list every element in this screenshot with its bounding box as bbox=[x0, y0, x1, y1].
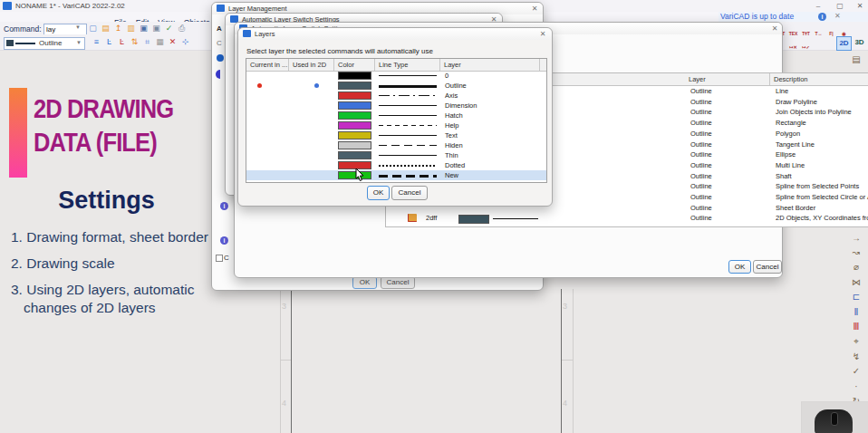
layers-icon[interactable]: ≡ bbox=[91, 36, 102, 47]
color-swatch[interactable] bbox=[338, 82, 371, 90]
layers-table[interactable]: Current in ...Used in 2DColorLine TypeLa… bbox=[246, 58, 547, 183]
line-style-dropdown-icon[interactable]: ▼ bbox=[76, 40, 82, 45]
color-swatch[interactable] bbox=[338, 91, 371, 100]
bolt-icon[interactable]: ↯ bbox=[846, 350, 866, 364]
switch-row[interactable]: 2dffOutline2D Objects, XY Coordinates fr… bbox=[386, 213, 868, 224]
w1-checkbox[interactable] bbox=[216, 255, 223, 262]
w1-close-icon[interactable]: ✕ bbox=[529, 5, 540, 13]
delete-icon[interactable]: ✕ bbox=[167, 36, 178, 47]
notice-close-icon[interactable]: ✕ bbox=[834, 12, 841, 20]
check-icon[interactable]: ✓ bbox=[846, 364, 866, 379]
move-axes-icon[interactable]: ⇅ bbox=[129, 36, 140, 47]
w1-title: Layer Management bbox=[228, 5, 287, 13]
sheet-border-outer-left bbox=[280, 289, 281, 433]
minimize-button[interactable]: – bbox=[811, 1, 825, 11]
varicad-logo-icon bbox=[3, 2, 12, 10]
open-recent-icon[interactable]: ▥ bbox=[125, 23, 137, 34]
layer-row-dotted[interactable]: Dotted bbox=[246, 160, 546, 170]
layer-delete-icon[interactable]: Ŀ bbox=[116, 36, 128, 47]
insert-block-icon[interactable]: ▤ bbox=[846, 53, 866, 67]
color-swatch[interactable] bbox=[338, 111, 371, 120]
save-icon[interactable]: ▣ bbox=[138, 23, 149, 34]
print-icon[interactable]: ⎙ bbox=[176, 23, 188, 34]
line-type-sample bbox=[379, 175, 437, 178]
layer-row-0[interactable]: 0 bbox=[246, 71, 546, 81]
w1-ok-button[interactable]: OK bbox=[352, 276, 377, 289]
layer-row-text[interactable]: Text bbox=[246, 130, 546, 140]
info-icon[interactable]: i bbox=[818, 13, 826, 21]
close-button[interactable]: ✕ bbox=[853, 1, 867, 11]
new-file-icon[interactable]: ▢ bbox=[87, 23, 99, 34]
layers-col-used-in-2d[interactable]: Used in 2D bbox=[289, 59, 334, 71]
dim-delete-icon[interactable]: ↦✕ bbox=[787, 42, 799, 53]
layer-name: Hiden bbox=[445, 140, 463, 150]
bracket-icon[interactable]: ⊏ bbox=[846, 290, 866, 304]
color-swatch[interactable] bbox=[338, 101, 371, 110]
w1-cancel-button[interactable]: Cancel bbox=[381, 276, 415, 289]
command-dropdown-icon[interactable]: ▼ bbox=[75, 24, 81, 30]
import-icon[interactable]: ↥ bbox=[112, 23, 124, 34]
view-2d-button[interactable]: 2D bbox=[836, 36, 852, 51]
shaft-icon[interactable]: Ⅱ bbox=[846, 305, 866, 320]
color-swatch[interactable] bbox=[338, 151, 371, 159]
text-width-icon[interactable]: T↔ bbox=[813, 28, 825, 39]
target-icon[interactable]: ⌖ bbox=[846, 334, 866, 349]
color-swatch[interactable] bbox=[338, 72, 371, 80]
line-type-sample bbox=[379, 135, 437, 136]
layer-row-hiden[interactable]: Hiden bbox=[246, 140, 546, 150]
layer-by-object-icon[interactable]: Ŀ bbox=[103, 36, 115, 47]
layer-row-help[interactable]: Help bbox=[246, 120, 546, 130]
save-check-icon[interactable]: ✓ bbox=[163, 23, 175, 34]
update-notice-text: VariCAD is up to date bbox=[720, 12, 794, 21]
spline-icon[interactable]: ↝ bbox=[846, 245, 866, 260]
w4-ok-button[interactable]: OK bbox=[367, 186, 390, 200]
color-swatch[interactable] bbox=[338, 121, 371, 130]
w3-close-icon[interactable]: ✕ bbox=[769, 24, 780, 33]
snap-icon[interactable]: ⌗ bbox=[141, 36, 153, 47]
w4-cancel-button[interactable]: Cancel bbox=[391, 186, 428, 200]
w4-close-icon[interactable]: ✕ bbox=[537, 30, 548, 38]
fill-icon[interactable]: ▦ bbox=[154, 36, 166, 47]
w3-ok-button[interactable]: OK bbox=[728, 260, 751, 274]
open-folder-icon[interactable]: ▤ bbox=[100, 23, 111, 34]
w1-info-icon-1[interactable]: i bbox=[220, 202, 228, 210]
layer-row-dimension[interactable]: Dimension bbox=[246, 101, 546, 111]
section-icon[interactable]: ⋈ bbox=[846, 275, 866, 290]
arrow-right-icon[interactable]: → bbox=[846, 231, 866, 245]
save-as-icon[interactable]: ▣ bbox=[150, 23, 162, 34]
layer-row-thin[interactable]: Thin bbox=[246, 150, 546, 160]
layers-col-layer[interactable]: Layer bbox=[440, 59, 540, 71]
switch-description: Sheet Border bbox=[776, 203, 815, 214]
line-style-sample bbox=[15, 43, 35, 44]
line-type-sample bbox=[379, 85, 437, 88]
dot-icon[interactable]: · bbox=[846, 380, 866, 394]
diameter-icon[interactable]: ⌀ bbox=[846, 260, 866, 274]
mouse-cursor bbox=[355, 168, 365, 182]
switch-col-description[interactable]: Description bbox=[770, 73, 868, 85]
dim-check-icon[interactable]: ↦✓ bbox=[800, 42, 812, 53]
w4-titlebar[interactable]: Layers ✕ bbox=[238, 28, 552, 40]
maximize-button[interactable]: ▢ bbox=[833, 1, 847, 11]
axis-cross-icon[interactable]: ⊹ bbox=[179, 36, 191, 47]
layer-row-hatch[interactable]: Hatch bbox=[246, 111, 546, 120]
layers-col-line-type[interactable]: Line Type bbox=[375, 59, 440, 71]
layer-name: Help bbox=[445, 120, 458, 130]
layer-row-new[interactable]: New bbox=[246, 170, 546, 180]
layers-col-current-in-[interactable]: Current in ... bbox=[246, 59, 289, 71]
switch-col-layer[interactable]: Layer bbox=[685, 73, 770, 85]
layer-row-outline[interactable]: Outline bbox=[246, 81, 546, 91]
switch-description: Multi Line bbox=[776, 160, 805, 171]
w1-info-icon-2[interactable]: i bbox=[220, 236, 228, 245]
mouse-photo bbox=[801, 401, 868, 433]
layers-col-color[interactable]: Color bbox=[334, 59, 375, 71]
color-swatch[interactable] bbox=[338, 131, 371, 140]
switch-description: Tangent Line bbox=[776, 140, 815, 150]
switch-description: Polygon bbox=[776, 129, 800, 140]
w3-cancel-button[interactable]: Cancel bbox=[753, 260, 782, 274]
layer-row-axis[interactable]: Axis bbox=[246, 91, 546, 101]
shaft-red-icon[interactable]: Ⅲ bbox=[846, 320, 866, 334]
line-style-combo[interactable]: Outline ▼ bbox=[4, 37, 85, 50]
view-3d-button[interactable]: 3D bbox=[853, 36, 866, 49]
switch-layer: Outline bbox=[690, 118, 712, 129]
color-swatch[interactable] bbox=[338, 141, 371, 149]
